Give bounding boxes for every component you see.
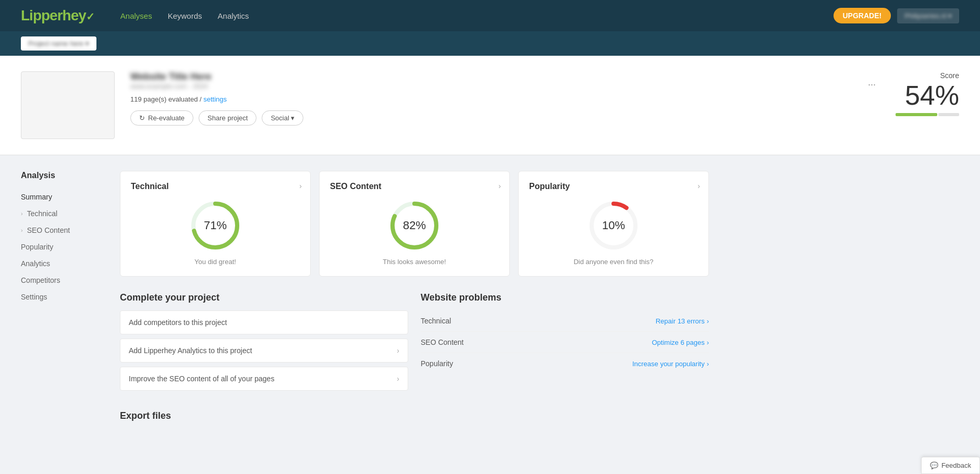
problem-popularity-action-label: Increase your popularity	[632, 360, 705, 368]
project-info: Website Title Here www.example.com - 202…	[130, 71, 880, 126]
project-thumbnail	[21, 71, 115, 139]
problem-technical-arrow: ›	[707, 317, 709, 325]
task-competitors[interactable]: Add competitors to this project	[120, 310, 408, 334]
task-seo-label: Improve the SEO content of all of your p…	[129, 375, 274, 383]
popularity-percent: 10%	[602, 219, 625, 232]
task-seo-content[interactable]: Improve the SEO content of all of your p…	[120, 367, 408, 391]
sidebar-item-analytics[interactable]: Analytics	[21, 255, 104, 272]
project-title: Website Title Here	[130, 71, 864, 82]
nav-keywords[interactable]: Keywords	[168, 11, 202, 20]
project-title-row: Website Title Here www.example.com - 202…	[130, 71, 880, 93]
technical-desc: You did great!	[131, 258, 300, 266]
task-seo-arrow: ›	[397, 375, 399, 383]
complete-project-section: Complete your project Add competitors to…	[120, 292, 408, 395]
popularity-card-arrow: ›	[697, 182, 700, 190]
sub-header: Project name here ▾	[0, 31, 980, 56]
seo-progress: 82%	[388, 199, 440, 252]
sidebar-item-settings[interactable]: Settings	[21, 289, 104, 305]
sidebar-item-competitors[interactable]: Competitors	[21, 272, 104, 289]
header: Lipperhey✓ Analyses Keywords Analytics U…	[0, 0, 980, 31]
task-analytics-label: Add Lipperhey Analytics to this project	[129, 346, 252, 355]
user-menu-label: Philipseries.nl ▾	[904, 12, 952, 20]
more-button[interactable]: ...	[864, 75, 880, 90]
project-url: www.example.com - 2024	[130, 82, 864, 90]
sidebar-label-seo: SEO Content	[27, 226, 70, 234]
sidebar: Analysis Summary › Technical › SEO Conte…	[21, 171, 104, 429]
task-competitors-label: Add competitors to this project	[129, 318, 227, 327]
score-value: 54%	[896, 82, 959, 109]
settings-link[interactable]: settings	[203, 95, 227, 103]
sidebar-label-analytics: Analytics	[21, 259, 50, 268]
score-card-seo[interactable]: SEO Content › 82% This looks awesome!	[319, 171, 510, 277]
seo-card-title: SEO Content	[330, 182, 499, 191]
problem-technical-action-label: Repair 13 errors	[656, 317, 705, 325]
project-section: Website Title Here www.example.com - 202…	[0, 56, 980, 155]
score-label: Score	[896, 71, 959, 80]
task-analytics-arrow: ›	[397, 346, 399, 355]
problem-seo-arrow: ›	[707, 339, 709, 346]
logo-text: Lipper	[21, 7, 63, 23]
reevaluate-button[interactable]: ↻ Re-evaluate	[130, 110, 193, 126]
problem-seo: SEO Content Optimize 6 pages ›	[421, 332, 709, 353]
two-col-section: Complete your project Add competitors to…	[120, 292, 709, 395]
score-cards: Technical › 71% You did great! SEO Conte…	[120, 171, 709, 277]
technical-card-arrow: ›	[299, 182, 302, 190]
project-selector[interactable]: Project name here ▾	[21, 36, 96, 51]
upgrade-button[interactable]: UPGRADE!	[834, 8, 891, 23]
user-menu[interactable]: Philipseries.nl ▾	[897, 8, 959, 23]
export-title: Export files	[120, 410, 709, 421]
technical-progress: 71%	[189, 199, 241, 252]
nav-analyses[interactable]: Analyses	[120, 11, 152, 20]
social-button[interactable]: Social ▾	[262, 110, 303, 126]
score-section: Score 54%	[896, 71, 959, 116]
header-right: UPGRADE! Philipseries.nl ▾	[834, 8, 960, 23]
main-nav: Analyses Keywords Analytics	[120, 11, 249, 20]
problem-technical-action[interactable]: Repair 13 errors ›	[656, 317, 709, 325]
problem-popularity-name: Popularity	[421, 359, 453, 368]
problem-seo-name: SEO Content	[421, 338, 464, 346]
sidebar-item-seo-content[interactable]: › SEO Content	[21, 222, 104, 239]
logo-accent: hey	[63, 7, 86, 23]
sidebar-label-popularity: Popularity	[21, 243, 53, 251]
score-card-popularity[interactable]: Popularity › 10% Did anyone even find th…	[518, 171, 709, 277]
sidebar-title: Analysis	[21, 171, 104, 180]
sidebar-item-summary[interactable]: Summary	[21, 189, 104, 205]
problem-technical-name: Technical	[421, 317, 451, 325]
website-problems-title: Website problems	[421, 292, 709, 303]
popularity-desc: Did anyone even find this?	[529, 258, 698, 266]
task-analytics[interactable]: Add Lipperhey Analytics to this project …	[120, 339, 408, 363]
logo-check: ✓	[86, 11, 94, 22]
sidebar-arrow-seo: ›	[21, 227, 23, 233]
refresh-icon: ↻	[139, 114, 145, 122]
sidebar-item-technical[interactable]: › Technical	[21, 205, 104, 222]
problem-popularity-arrow: ›	[707, 360, 709, 368]
project-title-area: Website Title Here www.example.com - 202…	[130, 71, 864, 93]
problem-popularity: Popularity Increase your popularity ›	[421, 353, 709, 374]
seo-desc: This looks awesome!	[330, 258, 499, 266]
score-bar	[896, 113, 959, 116]
problem-seo-action[interactable]: Optimize 6 pages ›	[652, 339, 709, 346]
project-card: Website Title Here www.example.com - 202…	[21, 71, 959, 139]
sidebar-label-settings: Settings	[21, 293, 47, 301]
score-card-technical[interactable]: Technical › 71% You did great!	[120, 171, 311, 277]
right-panel: Technical › 71% You did great! SEO Conte…	[120, 171, 709, 429]
problem-popularity-action[interactable]: Increase your popularity ›	[632, 360, 709, 368]
sidebar-arrow-technical: ›	[21, 210, 23, 217]
sidebar-label-summary: Summary	[21, 193, 52, 201]
technical-percent: 71%	[204, 219, 227, 232]
popularity-progress: 10%	[587, 199, 640, 252]
seo-percent: 82%	[403, 219, 426, 232]
complete-project-title: Complete your project	[120, 292, 408, 303]
sidebar-label-technical: Technical	[27, 209, 57, 218]
sidebar-item-popularity[interactable]: Popularity	[21, 239, 104, 255]
project-actions: ↻ Re-evaluate Share project Social ▾	[130, 110, 880, 126]
share-button[interactable]: Share project	[199, 110, 256, 126]
nav-analytics[interactable]: Analytics	[218, 11, 249, 20]
seo-card-arrow: ›	[498, 182, 501, 190]
score-bar-green	[896, 113, 937, 116]
project-selector-label: Project name here ▾	[28, 40, 89, 47]
main-content: Analysis Summary › Technical › SEO Conte…	[0, 155, 730, 444]
website-problems-section: Website problems Technical Repair 13 err…	[421, 292, 709, 395]
technical-card-title: Technical	[131, 182, 300, 191]
content-layout: Analysis Summary › Technical › SEO Conte…	[21, 171, 709, 429]
